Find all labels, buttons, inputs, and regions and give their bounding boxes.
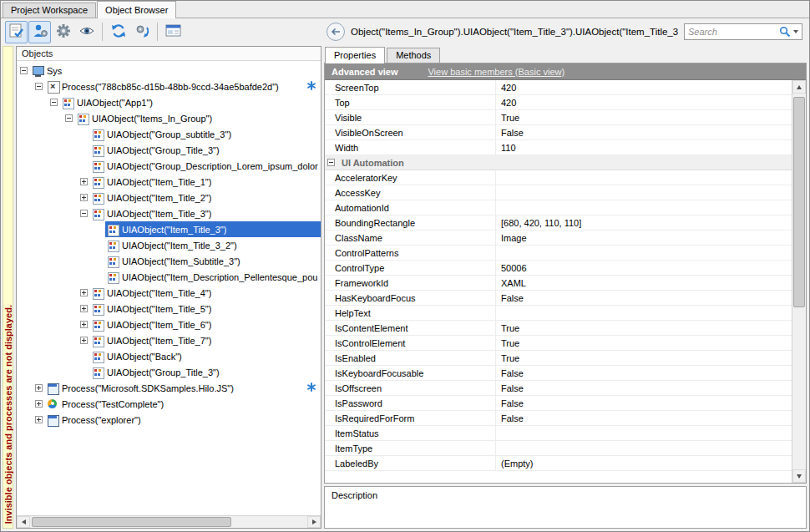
tree-item[interactable]: UIAObject("Item_Subtitle_3")	[17, 253, 321, 269]
tree-item-body[interactable]: UIAObject("Group_Title_3")	[90, 364, 321, 380]
property-row[interactable]: VisibleTrue	[325, 110, 792, 125]
property-row[interactable]: IsRequiredForFormFalse	[325, 411, 792, 426]
expand-icon[interactable]	[35, 384, 43, 392]
tree-item-body[interactable]: Process("explorer")	[45, 412, 321, 428]
collapse-icon[interactable]	[65, 114, 73, 122]
tree-item[interactable]: Process("TestComplete")	[17, 396, 321, 412]
tree-item[interactable]: UIAObject("Item_Title_2")	[17, 190, 321, 205]
tree-item[interactable]: UIAObject("Group_Title_3")	[17, 142, 321, 158]
collapse-icon[interactable]	[50, 99, 58, 106]
property-row[interactable]: IsEnabledTrue	[325, 351, 792, 366]
tree-item-body[interactable]: Process("TestComplete")	[45, 396, 321, 412]
scroll-right-button[interactable]	[307, 516, 321, 528]
collapse-icon[interactable]	[80, 210, 88, 217]
property-row[interactable]: IsContentElementTrue	[325, 321, 792, 336]
property-row[interactable]: IsOffscreenFalse	[325, 381, 792, 396]
tree-item-body[interactable]: UIAObject("Item_Title_1")	[90, 174, 321, 190]
property-row[interactable]: AcceleratorKey	[325, 170, 792, 185]
tree-item-body[interactable]: UIAObject("Item_Title_7")	[90, 332, 321, 348]
scroll-down-button[interactable]	[792, 469, 806, 483]
tree-item-body[interactable]: Process("788cb85c-d15b-48bb-9ccd-34ae5ba…	[45, 79, 321, 94]
expand-icon[interactable]	[80, 194, 88, 201]
tree-item[interactable]: UIAObject("Group_Description_Lorem_ipsum…	[17, 158, 321, 174]
tree-item-body[interactable]: UIAObject("Group_Title_3")	[90, 142, 321, 158]
property-row[interactable]: VisibleOnScreenFalse	[325, 125, 792, 140]
search-icon[interactable]	[779, 26, 791, 38]
tree-item-body[interactable]: UIAObject("Item_Description_Pellentesque…	[105, 269, 321, 285]
property-row[interactable]: AccessKey	[325, 185, 792, 200]
property-row[interactable]: IsKeyboardFocusableFalse	[325, 366, 792, 381]
scroll-left-button[interactable]	[17, 516, 30, 528]
property-row[interactable]: LabeledBy(Empty)	[325, 456, 792, 471]
view-basic-members-link[interactable]: View basic members (Basic view)	[428, 67, 564, 77]
eye-button[interactable]	[75, 21, 98, 43]
property-row[interactable]: ItemStatus	[325, 426, 792, 441]
tree-item[interactable]: UIAObject("Item_Title_7")	[17, 332, 321, 348]
search-dropdown-icon[interactable]	[793, 30, 798, 33]
tree-item[interactable]: UIAObject("Item_Title_6")	[17, 317, 321, 332]
expand-icon[interactable]	[80, 305, 88, 312]
tree-item-body[interactable]: UIAObject("Item_Title_3")	[105, 221, 321, 237]
gear-refresh-button[interactable]	[130, 21, 153, 43]
tree-item-body[interactable]: UIAObject("Item_Subtitle_3")	[105, 253, 321, 269]
search-input[interactable]	[688, 27, 777, 37]
tree-horizontal-scrollbar[interactable]	[17, 515, 321, 528]
property-row[interactable]: ItemType	[325, 441, 792, 456]
collapse-icon[interactable]	[20, 67, 28, 74]
gear-button[interactable]	[52, 21, 74, 43]
window-card-button[interactable]	[162, 21, 185, 43]
tree-item-body[interactable]: UIAObject("Item_Title_4")	[90, 285, 321, 301]
property-row[interactable]: Top420	[325, 95, 792, 110]
expand-icon[interactable]	[80, 178, 88, 185]
tree-item[interactable]: UIAObject("Item_Title_3")	[17, 205, 321, 221]
collapse-icon[interactable]	[327, 159, 335, 166]
vertical-scroll-thumb[interactable]	[793, 97, 805, 307]
tree-item[interactable]: Process("788cb85c-d15b-48bb-9ccd-34ae5ba…	[17, 79, 321, 94]
tree-item-body[interactable]: UIAObject("Items_In_Group")	[75, 110, 321, 126]
property-row[interactable]: IsPasswordFalse	[325, 396, 792, 411]
property-row[interactable]: AutomationId	[325, 200, 792, 215]
expand-icon[interactable]	[80, 289, 88, 296]
tab-object-browser[interactable]: Object Browser	[97, 1, 176, 18]
tree-item[interactable]: UIAObject("Items_In_Group")	[17, 110, 321, 126]
tree-item[interactable]: UIAObject("Back")	[17, 348, 321, 364]
tree-item[interactable]: UIAObject("Item_Title_5")	[17, 301, 321, 317]
property-row[interactable]: HelpText	[325, 306, 792, 321]
tree-item[interactable]: Process("Microsoft.SDKSamples.Hilo.JS")	[17, 380, 321, 396]
tree-item-body[interactable]: UIAObject("Back")	[90, 348, 321, 364]
horizontal-scroll-track[interactable]	[30, 516, 307, 528]
tree-item[interactable]: UIAObject("App1")	[17, 94, 321, 110]
tree-item[interactable]: Process("explorer")	[17, 412, 321, 428]
tree-item-body[interactable]: UIAObject("Item_Title_6")	[90, 317, 321, 332]
tree-item[interactable]: UIAObject("Item_Title_1")	[17, 174, 321, 190]
property-row[interactable]: IsControlElementTrue	[325, 336, 792, 351]
property-group-row[interactable]: UI Automation	[325, 155, 792, 170]
tree-item[interactable]: Sys	[17, 63, 321, 79]
tree-item-body[interactable]: UIAObject("Item_Title_3_2")	[105, 237, 321, 253]
tab-project-workspace[interactable]: Project Workspace	[3, 3, 96, 18]
tree-item[interactable]: UIAObject("Group_Title_3")	[17, 364, 321, 380]
tree-item-body[interactable]: Process("Microsoft.SDKSamples.Hilo.JS")	[45, 380, 321, 396]
tree-item-body[interactable]: UIAObject("Item_Title_3")	[90, 205, 321, 221]
tab-properties[interactable]: Properties	[325, 47, 385, 63]
property-row[interactable]: FrameworkIdXAML	[325, 276, 792, 291]
tree-item-body[interactable]: UIAObject("Item_Title_2")	[90, 190, 321, 205]
tree-item[interactable]: UIAObject("Item_Description_Pellentesque…	[17, 269, 321, 285]
grid-vertical-scrollbar[interactable]	[792, 80, 806, 483]
horizontal-scroll-thumb[interactable]	[32, 517, 231, 527]
user-gear-button[interactable]	[28, 21, 51, 43]
tree-item[interactable]: UIAObject("Item_Title_3")	[17, 221, 321, 237]
property-row[interactable]: ControlPatterns	[325, 246, 792, 261]
checked-list-button[interactable]	[5, 21, 28, 43]
expand-icon[interactable]	[35, 416, 43, 423]
property-row[interactable]: ScreenTop420	[325, 80, 792, 95]
expand-icon[interactable]	[80, 321, 88, 328]
refresh-button[interactable]	[107, 21, 129, 43]
property-row[interactable]: ClassNameImage	[325, 231, 792, 246]
tree-item-body[interactable]: UIAObject("Group_Description_Lorem_ipsum…	[90, 158, 321, 174]
tree-item[interactable]: UIAObject("Item_Title_3_2")	[17, 237, 321, 253]
back-button[interactable]	[327, 23, 345, 41]
tree-item-body[interactable]: UIAObject("Group_subtitle_3")	[90, 126, 321, 142]
tree-item[interactable]: UIAObject("Item_Title_4")	[17, 285, 321, 301]
tab-methods[interactable]: Methods	[387, 48, 440, 63]
